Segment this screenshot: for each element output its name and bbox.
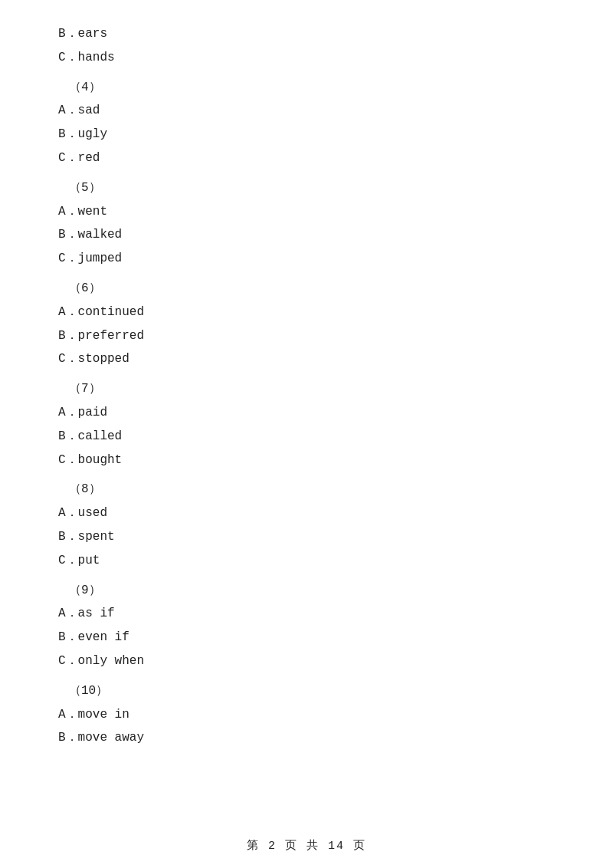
question-number: （4） [58, 77, 555, 99]
question-number: （10） [58, 680, 555, 702]
list-item: A．as if [58, 603, 555, 625]
question-number: （7） [58, 378, 555, 400]
question-number: （5） [58, 177, 555, 199]
main-content: B．earsC．hands（4）A．sadB．uglyC．red（5）A．wen… [0, 0, 613, 797]
list-item: A．sad [58, 100, 555, 122]
list-item: B．spent [58, 526, 555, 548]
list-item: A．went [58, 201, 555, 223]
question-number: （8） [58, 478, 555, 501]
list-item: B．even if [58, 626, 555, 649]
question-number: （6） [58, 278, 555, 300]
list-item: B．called [58, 426, 555, 448]
list-item: C．hands [58, 47, 555, 69]
list-item: A．used [58, 502, 555, 524]
list-item: A．continued [58, 301, 555, 324]
page-footer: 第 2 页 共 14 页 [0, 838, 613, 853]
list-item: A．move in [58, 704, 555, 726]
list-item: C．only when [58, 650, 555, 672]
list-item: C．red [58, 147, 555, 169]
question-number: （9） [58, 580, 555, 602]
list-item: B．ugly [58, 123, 555, 146]
list-item: B．ears [58, 23, 555, 45]
list-item: C．jumped [58, 248, 555, 270]
list-item: B．preferred [58, 325, 555, 347]
list-item: A．paid [58, 402, 555, 424]
list-item: B．move away [58, 727, 555, 749]
list-item: B．walked [58, 224, 555, 246]
list-item: C．stopped [58, 348, 555, 370]
list-item: C．put [58, 550, 555, 572]
list-item: C．bought [58, 449, 555, 472]
